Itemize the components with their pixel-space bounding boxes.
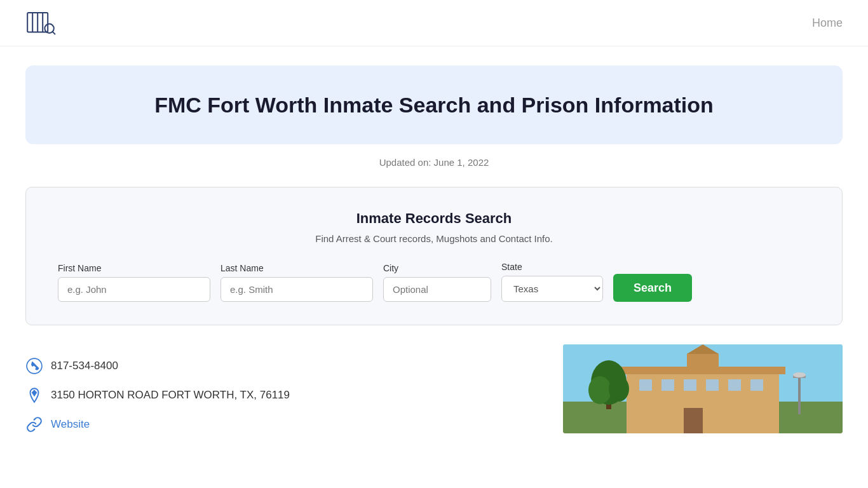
info-section: 817-534-8400 3150 HORTON ROAD FORT WORTH… <box>25 344 843 458</box>
updated-date: Updated on: June 1, 2022 <box>0 157 868 168</box>
state-label: State <box>501 262 603 272</box>
svg-point-23 <box>588 376 611 404</box>
website-link[interactable]: Website <box>51 418 90 431</box>
phone-icon <box>25 357 43 375</box>
first-name-input[interactable] <box>58 277 210 302</box>
svg-rect-14 <box>684 379 696 391</box>
city-label: City <box>383 263 491 273</box>
address-item: 3150 HORTON ROAD FORT WORTH, TX, 76119 <box>25 386 538 404</box>
svg-rect-18 <box>684 408 703 433</box>
navbar: Home <box>0 0 868 46</box>
svg-line-5 <box>52 32 55 34</box>
search-title: Inmate Records Search <box>58 210 810 227</box>
svg-rect-13 <box>661 379 674 391</box>
phone-number: 817-534-8400 <box>51 360 118 372</box>
website-item[interactable]: Website <box>25 416 538 433</box>
page-title: FMC Fort Worth Inmate Search and Prison … <box>64 91 804 119</box>
home-link[interactable]: Home <box>812 17 843 30</box>
logo-icon <box>25 8 56 38</box>
address-text: 3150 HORTON ROAD FORT WORTH, TX, 76119 <box>51 389 290 402</box>
search-section: Inmate Records Search Find Arrest & Cour… <box>25 187 843 325</box>
svg-rect-19 <box>687 354 719 372</box>
search-button[interactable]: Search <box>613 274 692 302</box>
svg-point-27 <box>793 372 806 377</box>
svg-rect-17 <box>750 379 763 391</box>
first-name-label: First Name <box>58 263 210 273</box>
last-name-group: Last Name <box>220 263 373 302</box>
svg-marker-7 <box>32 390 37 397</box>
address-icon <box>25 386 43 404</box>
svg-rect-12 <box>639 379 652 391</box>
website-icon <box>25 416 43 433</box>
svg-point-24 <box>609 376 629 402</box>
state-select[interactable]: AlabamaAlaskaArizonaArkansasCaliforniaCo… <box>501 276 603 302</box>
state-group: State AlabamaAlaskaArizonaArkansasCalifo… <box>501 262 603 302</box>
phone-item: 817-534-8400 <box>25 357 538 375</box>
search-form: First Name Last Name City State AlabamaA… <box>58 262 810 302</box>
hero-banner: FMC Fort Worth Inmate Search and Prison … <box>25 65 843 144</box>
site-logo[interactable] <box>25 8 56 38</box>
prison-image <box>563 344 843 433</box>
svg-rect-16 <box>728 379 741 391</box>
svg-rect-25 <box>798 376 801 414</box>
contact-info: 817-534-8400 3150 HORTON ROAD FORT WORTH… <box>25 344 538 458</box>
city-input[interactable] <box>383 277 491 302</box>
search-subtitle: Find Arrest & Court records, Mugshots an… <box>58 233 810 244</box>
first-name-group: First Name <box>58 263 210 302</box>
svg-rect-15 <box>706 379 719 391</box>
city-group: City <box>383 263 491 302</box>
last-name-input[interactable] <box>220 277 373 302</box>
last-name-label: Last Name <box>220 263 373 273</box>
